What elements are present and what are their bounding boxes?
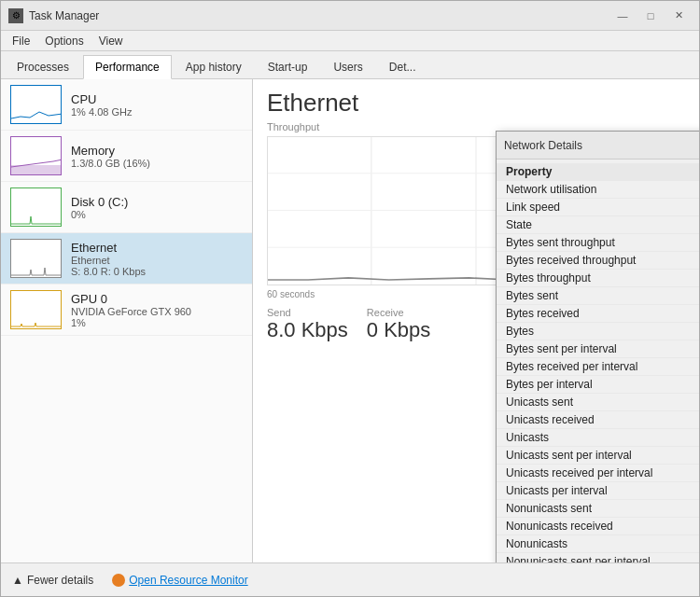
perf-panel: Ethernet Throughput 60 seconds bbox=[253, 79, 699, 562]
send-label: Send bbox=[267, 307, 348, 318]
dialog-title-bar: Network Details — □ ✕ bbox=[497, 132, 699, 160]
taskmanager-window: ⚙ Task Manager — □ ✕ File Options View P… bbox=[0, 0, 700, 597]
tab-users[interactable]: Users bbox=[321, 55, 374, 78]
dialog-data-row: Bytes received throughput0% bbox=[497, 252, 699, 270]
tab-details[interactable]: Det... bbox=[377, 55, 428, 78]
sidebar: CPU 1% 4.08 GHz Memory 1.3/8.0 GB (16%) bbox=[1, 79, 253, 562]
ethernet-heading: Ethernet bbox=[267, 89, 685, 118]
fewer-details-button[interactable]: ▲ Fewer details bbox=[12, 574, 93, 587]
receive-value: 0 Kbps bbox=[367, 318, 431, 342]
dialog-data-row: Nonunicasts received26 bbox=[497, 518, 699, 535]
menu-options[interactable]: Options bbox=[37, 33, 91, 49]
send-value: 8.0 Kbps bbox=[267, 318, 348, 342]
minimize-button[interactable]: — bbox=[609, 7, 636, 25]
fewer-details-label: Fewer details bbox=[27, 574, 93, 587]
row-property: State bbox=[506, 218, 699, 231]
maximize-button[interactable]: □ bbox=[637, 7, 664, 25]
row-property: Unicasts bbox=[506, 431, 699, 444]
gpu-info: GPU 0 NVIDIA GeForce GTX 960 1% bbox=[71, 292, 243, 328]
gpu-thumbnail bbox=[10, 290, 62, 329]
menu-view[interactable]: View bbox=[91, 33, 131, 49]
row-property: Unicasts sent bbox=[506, 396, 699, 409]
send-stat: Send 8.0 Kbps bbox=[267, 307, 348, 342]
dialog-data-row: Nonunicasts sent per interval0 bbox=[497, 553, 699, 562]
memory-thumbnail bbox=[10, 136, 62, 175]
tab-bar: Processes Performance App history Start-… bbox=[1, 51, 699, 79]
dialog-table: Property Ethernet Network utilisation0.0… bbox=[497, 160, 699, 562]
window-title: Task Manager bbox=[29, 9, 604, 22]
dialog-title: Network Details bbox=[504, 139, 699, 152]
row-property: Bytes sent bbox=[506, 289, 699, 302]
dialog-data-row: Unicasts received per interval3 bbox=[497, 465, 699, 482]
open-resource-monitor-link[interactable]: Open Resource Monitor bbox=[112, 574, 247, 587]
dialog-data-row: Unicasts received143 bbox=[497, 411, 699, 429]
sidebar-item-gpu[interactable]: GPU 0 NVIDIA GeForce GTX 960 1% bbox=[1, 285, 252, 336]
dialog-data-row: Unicasts per interval6 bbox=[497, 482, 699, 500]
dialog-data-row: Bytes throughput0.01% bbox=[497, 270, 699, 287]
dialog-data-row: Bytes sent per interval1,078 bbox=[497, 340, 699, 358]
row-property: Unicasts per interval bbox=[506, 484, 699, 497]
receive-stat: Receive 0 Kbps bbox=[367, 307, 431, 342]
row-property: Bytes received per interval bbox=[506, 360, 699, 373]
row-property: Bytes per interval bbox=[506, 378, 699, 391]
row-property: Nonunicasts sent bbox=[506, 502, 699, 515]
dialog-data-row: Bytes received per interval253 bbox=[497, 358, 699, 376]
row-property: Bytes sent per interval bbox=[506, 342, 699, 355]
row-property: Bytes throughput bbox=[506, 271, 699, 285]
dialog-data-row: Bytes sent throughput0% bbox=[497, 234, 699, 252]
dialog-data-row: Nonunicasts33 bbox=[497, 535, 699, 553]
row-property: Bytes sent throughput bbox=[506, 236, 699, 249]
dialog-data-row: Unicasts383 bbox=[497, 429, 699, 447]
dialog-data-row: Bytes per interval1,331 bbox=[497, 376, 699, 394]
dialog-data-row: Bytes received14,875 bbox=[497, 305, 699, 323]
cpu-label: CPU bbox=[71, 92, 243, 106]
memory-stats: 1.3/8.0 GB (16%) bbox=[71, 158, 243, 169]
header-property: Property bbox=[506, 165, 699, 178]
dialog-data-row: Network utilisation0.01% bbox=[497, 181, 699, 199]
ethernet-label: Ethernet bbox=[71, 241, 243, 255]
window-controls: — □ ✕ bbox=[609, 7, 692, 25]
open-resource-label: Open Resource Monitor bbox=[129, 574, 247, 587]
tab-app-history[interactable]: App history bbox=[174, 55, 254, 78]
tab-startup[interactable]: Start-up bbox=[256, 55, 320, 78]
disk-thumbnail bbox=[10, 187, 62, 227]
ethernet-sub1: Ethernet bbox=[71, 255, 243, 266]
menu-file[interactable]: File bbox=[5, 33, 37, 49]
app-icon: ⚙ bbox=[8, 8, 23, 23]
row-property: Unicasts received per interval bbox=[506, 466, 699, 479]
ethernet-sub2: S: 8.0 R: 0 Kbps bbox=[71, 266, 243, 277]
disk-stats: 0% bbox=[71, 209, 243, 220]
row-property: Unicasts sent per interval bbox=[506, 449, 699, 462]
row-property: Link speed bbox=[506, 201, 699, 214]
sidebar-item-ethernet[interactable]: Ethernet Ethernet S: 8.0 R: 0 Kbps bbox=[1, 233, 252, 285]
dialog-data-row: Bytes sent70,795 bbox=[497, 287, 699, 305]
dialog-data-row: Bytes85,670 bbox=[497, 323, 699, 340]
gpu-label: GPU 0 bbox=[71, 292, 243, 306]
sidebar-item-cpu[interactable]: CPU 1% 4.08 GHz bbox=[1, 79, 252, 131]
disk-info: Disk 0 (C:) 0% bbox=[71, 195, 243, 220]
sidebar-item-memory[interactable]: Memory 1.3/8.0 GB (16%) bbox=[1, 131, 252, 182]
close-button[interactable]: ✕ bbox=[665, 7, 692, 25]
row-property: Nonunicasts bbox=[506, 537, 699, 550]
bottom-bar: ▲ Fewer details Open Resource Monitor bbox=[1, 562, 699, 596]
gpu-sub2: 1% bbox=[71, 317, 243, 328]
row-property: Bytes received throughput bbox=[506, 254, 699, 267]
ethernet-info: Ethernet Ethernet S: 8.0 R: 0 Kbps bbox=[71, 241, 243, 277]
dialog-header-row: Property Ethernet bbox=[497, 163, 699, 181]
dialog-data-row: Unicasts sent240 bbox=[497, 394, 699, 411]
sidebar-item-disk[interactable]: Disk 0 (C:) 0% bbox=[1, 182, 252, 233]
receive-label: Receive bbox=[367, 307, 431, 318]
network-details-dialog: Network Details — □ ✕ Property Ethernet bbox=[496, 131, 699, 562]
title-bar: ⚙ Task Manager — □ ✕ bbox=[1, 1, 699, 31]
main-content: CPU 1% 4.08 GHz Memory 1.3/8.0 GB (16%) bbox=[1, 79, 699, 562]
tab-performance[interactable]: Performance bbox=[83, 55, 172, 79]
tab-processes[interactable]: Processes bbox=[5, 55, 81, 78]
memory-info: Memory 1.3/8.0 GB (16%) bbox=[71, 144, 243, 169]
cpu-stats: 1% 4.08 GHz bbox=[71, 106, 243, 118]
ethernet-thumbnail bbox=[10, 239, 62, 278]
cpu-info: CPU 1% 4.08 GHz bbox=[71, 92, 243, 118]
chevron-up-icon: ▲ bbox=[12, 574, 23, 587]
dialog-data-row: Nonunicasts sent7 bbox=[497, 500, 699, 518]
dialog-data-row: Unicasts sent per interval3 bbox=[497, 447, 699, 465]
row-property: Nonunicasts sent per interval bbox=[506, 555, 699, 562]
